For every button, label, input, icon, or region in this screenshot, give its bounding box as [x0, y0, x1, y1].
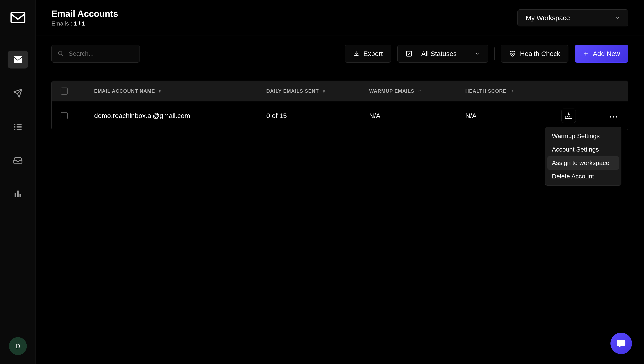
svg-rect-7: [16, 129, 22, 130]
row-checkbox[interactable]: [60, 112, 68, 119]
chevron-down-icon: [615, 15, 620, 21]
sidebar-item-analytics[interactable]: [8, 185, 28, 203]
svg-point-14: [613, 116, 614, 117]
sort-icon: [322, 89, 326, 93]
svg-rect-8: [14, 193, 16, 197]
download-icon: [353, 51, 359, 57]
svg-rect-12: [406, 51, 412, 56]
th-health-score[interactable]: HEALTH SCORE: [465, 88, 562, 94]
page-subtitle: Emails : 1 / 1: [52, 20, 118, 27]
svg-rect-4: [14, 126, 16, 128]
export-label: Export: [363, 50, 383, 58]
svg-point-11: [58, 51, 62, 55]
th-account-name-label: EMAIL ACCOUNT NAME: [94, 88, 155, 94]
select-all-checkbox[interactable]: [60, 88, 68, 95]
more-horizontal-icon: [609, 116, 618, 118]
header-left: Email Accounts Emails : 1 / 1: [52, 9, 118, 27]
page-title: Email Accounts: [52, 9, 118, 19]
send-icon: [13, 88, 23, 98]
dropdown-assign-workspace[interactable]: Assign to workspace: [548, 156, 619, 170]
toolbar-right: Export All Statuses: [345, 45, 628, 63]
svg-rect-3: [16, 124, 22, 125]
status-icon: [406, 50, 412, 57]
dropdown-warmup-settings[interactable]: Warmup Settings: [548, 129, 619, 143]
sort-icon: [418, 89, 422, 93]
search-wrapper: [52, 45, 140, 63]
table-header: EMAIL ACCOUNT NAME DAILY EMAILS SENT WAR…: [52, 81, 628, 101]
search-input[interactable]: [52, 45, 140, 63]
plus-icon: [583, 51, 589, 57]
sidebar-item-list[interactable]: [8, 118, 28, 136]
sort-icon: [158, 89, 162, 93]
search-icon: [57, 50, 64, 57]
list-icon: [13, 122, 23, 132]
chevron-down-icon: [474, 51, 480, 56]
svg-rect-10: [20, 194, 21, 197]
sidebar-item-inbox[interactable]: [8, 151, 28, 169]
th-daily-sent[interactable]: DAILY EMAILS SENT: [266, 88, 369, 94]
sidebar: D: [0, 0, 36, 364]
th-warmup[interactable]: WARMUP EMAILS: [369, 88, 465, 94]
workspace-selector[interactable]: My Workspace: [518, 10, 628, 27]
table: EMAIL ACCOUNT NAME DAILY EMAILS SENT WAR…: [52, 81, 628, 130]
td-daily-sent: 0 of 15: [266, 112, 369, 120]
divider: [494, 48, 495, 60]
svg-rect-0: [11, 12, 24, 23]
sort-icon: [510, 89, 514, 93]
main-content: Email Accounts Emails : 1 / 1 My Workspa…: [36, 0, 644, 364]
svg-point-15: [616, 116, 617, 117]
mail-icon: [13, 55, 23, 65]
add-new-button[interactable]: Add New: [575, 45, 628, 63]
th-account-name[interactable]: EMAIL ACCOUNT NAME: [94, 88, 266, 94]
workspace-label: My Workspace: [526, 14, 570, 22]
td-warmup: N/A: [369, 112, 465, 120]
more-options-button[interactable]: [607, 110, 620, 122]
toolbar: Export All Statuses: [52, 45, 628, 63]
inbox-icon: [13, 155, 23, 165]
health-check-label: Health Check: [520, 50, 560, 58]
chat-icon: [616, 338, 626, 348]
td-actions: [562, 109, 633, 123]
inbox-download-icon: [564, 112, 573, 120]
svg-rect-2: [14, 124, 16, 125]
dropdown-account-settings[interactable]: Account Settings: [548, 143, 619, 156]
health-check-button[interactable]: Health Check: [501, 45, 568, 63]
inbox-download-button[interactable]: [562, 109, 576, 123]
svg-rect-5: [16, 126, 22, 128]
sidebar-nav: [8, 51, 28, 203]
th-health-score-label: HEALTH SCORE: [465, 88, 506, 94]
svg-rect-6: [14, 129, 16, 130]
chat-fab[interactable]: [610, 333, 632, 354]
page-header: Email Accounts Emails : 1 / 1 My Workspa…: [36, 0, 644, 36]
add-new-label: Add New: [593, 50, 620, 58]
status-filter-button[interactable]: All Statuses: [397, 45, 488, 63]
th-warmup-label: WARMUP EMAILS: [369, 88, 414, 94]
content-area: Export All Statuses: [36, 36, 644, 139]
user-avatar[interactable]: D: [9, 337, 27, 355]
td-checkbox: [52, 112, 94, 119]
sidebar-item-send[interactable]: [8, 84, 28, 102]
td-health-score: N/A: [465, 112, 562, 120]
row-dropdown-menu: Warmup Settings Account Settings Assign …: [545, 127, 622, 186]
subtitle-label: Emails :: [52, 20, 72, 27]
dropdown-delete-account[interactable]: Delete Account: [548, 170, 619, 183]
sidebar-item-email[interactable]: [8, 51, 28, 69]
app-logo[interactable]: [10, 9, 26, 26]
export-button[interactable]: Export: [345, 45, 391, 63]
svg-rect-1: [14, 56, 22, 63]
svg-rect-9: [17, 191, 18, 197]
td-account-name: demo.reachinbox.ai@gmail.com: [94, 112, 266, 120]
table-row: demo.reachinbox.ai@gmail.com 0 of 15 N/A…: [52, 101, 628, 130]
subtitle-count: 1 / 1: [74, 20, 85, 27]
heart-pulse-icon: [509, 50, 516, 57]
sidebar-bottom: D: [9, 337, 27, 355]
bar-chart-icon: [13, 189, 23, 199]
status-filter-label: All Statuses: [421, 50, 456, 58]
th-daily-sent-label: DAILY EMAILS SENT: [266, 88, 319, 94]
svg-point-13: [610, 116, 611, 117]
th-checkbox: [52, 88, 94, 95]
